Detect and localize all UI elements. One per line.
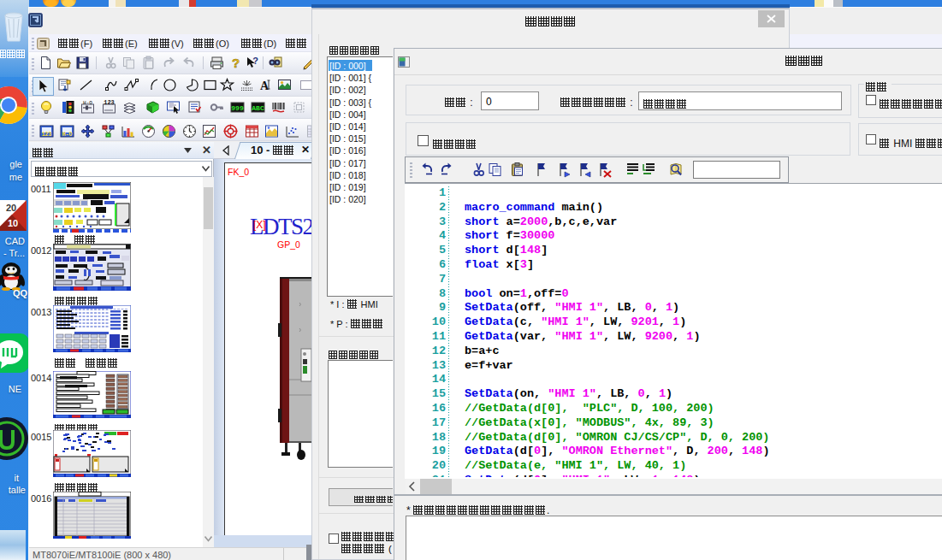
svg-text:20: 20 <box>6 203 16 213</box>
svg-text:A: A <box>260 80 270 92</box>
svg-text:123: 123 <box>104 100 115 106</box>
svg-text:ABC: ABC <box>252 104 264 112</box>
svg-text:10: 10 <box>8 218 18 228</box>
svg-text:?: ? <box>252 56 258 66</box>
svg-text:999: 999 <box>231 104 244 112</box>
svg-text:H-O: H-O <box>83 100 92 106</box>
svg-text:H-O: H-O <box>62 132 73 138</box>
svg-text:?: ? <box>232 56 240 70</box>
svg-text:123: 123 <box>42 132 52 138</box>
